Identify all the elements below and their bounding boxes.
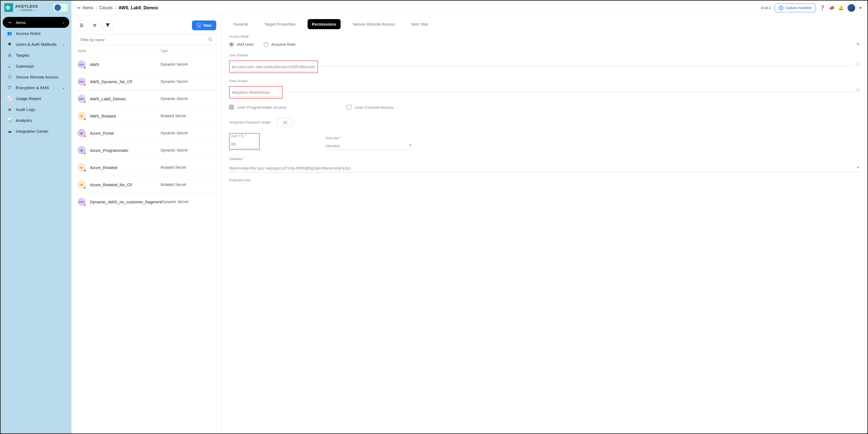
status-dot xyxy=(84,169,86,172)
topbar: ⊸ Items › Clouds › AWS_Lab0_Demos 4.14.1… xyxy=(71,1,867,15)
nav-label: Items xyxy=(16,20,26,25)
filter-button[interactable] xyxy=(102,20,113,31)
row-type: Rotated Secret xyxy=(161,182,215,187)
time-unit-select[interactable]: minutes ▼ xyxy=(325,142,412,150)
row-icon: ◆ xyxy=(78,112,86,120)
table-row[interactable]: ◆ Azure_Rotated_No_CF Rotated Secret xyxy=(76,176,216,193)
avatar[interactable] xyxy=(847,4,855,12)
sidebar-item-targets[interactable]: ◎ Targets xyxy=(3,50,69,61)
brand-sub: — Gateway — xyxy=(15,8,38,11)
row-icon: aws xyxy=(78,60,86,68)
gateway-label: Gateway * xyxy=(229,157,860,161)
row-icon: aws xyxy=(78,198,86,206)
sidebar-item-encryption-kms[interactable]: 🛡 Encryption & KMS ⌄ xyxy=(3,82,69,93)
table-row[interactable]: aws Dynamic_AWS_no_customer_fragment Dyn… xyxy=(76,193,216,210)
checkbox-off-icon xyxy=(347,105,351,110)
sidebar-item-secure-remote-access[interactable]: ⬡ Secure Remote Access xyxy=(3,71,69,82)
partner-logo xyxy=(54,4,68,11)
user-groups-input[interactable] xyxy=(231,88,280,97)
table-row[interactable]: ◆ Azure_Programmatic Dynamic Secret xyxy=(76,142,216,159)
avatar-chevron-icon[interactable]: ▼ xyxy=(859,6,862,9)
brand-name: AKEYLESS xyxy=(15,4,38,8)
radio-off-icon xyxy=(264,42,269,47)
time-unit-value: minutes xyxy=(326,144,340,148)
info-icon[interactable]: ⓘ xyxy=(856,88,860,93)
nav-icon: 🛡 xyxy=(7,85,12,90)
row-icon: aws xyxy=(78,95,86,103)
table-row[interactable]: aws AWS_Dynamic_No_CF Dynamic Secret xyxy=(76,73,216,90)
info-icon[interactable]: ⓘ xyxy=(856,62,860,67)
table-row[interactable]: aws AWS_Lab0_Demos Dynamic Secret xyxy=(76,90,216,107)
sidebar-item-integration-center[interactable]: ☁ Integration Center xyxy=(3,126,69,136)
new-button[interactable]: + New xyxy=(192,21,216,30)
chevron-down-icon: ▼ xyxy=(409,144,412,148)
nav-label: Integration Center xyxy=(16,129,49,133)
table-row[interactable]: ◆ AWS_Rotated Rotated Secret xyxy=(76,107,216,124)
radio-assume-role[interactable]: Assume Role xyxy=(264,42,296,47)
row-name: Azure_Rotated xyxy=(90,165,161,170)
row-type: Dynamic Secret xyxy=(161,96,215,101)
nav-label: Targets xyxy=(16,53,29,58)
svg-point-0 xyxy=(209,38,211,40)
temp-pw-input[interactable] xyxy=(277,118,292,127)
sidebar-item-audit-logs[interactable]: ≣ Audit Logs xyxy=(3,104,69,115)
nav-icon: 📈 xyxy=(7,96,12,101)
row-icon: aws xyxy=(78,78,86,86)
console-access-label: User Console Access xyxy=(355,105,394,110)
refresh-button[interactable]: ⟳ xyxy=(89,20,100,31)
gateway-select[interactable]: Baremetal-k3s (acc-twjsqqv1xtTm/p-9l5ftt… xyxy=(229,164,860,172)
sidebar-item-users-auth-methods[interactable]: ✱ Users & Auth Methods ⌄ xyxy=(3,39,69,50)
status-dot xyxy=(84,66,86,69)
bell-icon[interactable]: 🔔 xyxy=(838,5,844,10)
help-icon[interactable]: ❓ xyxy=(820,5,825,10)
nav: ⊸ Items ⌄👥 Access Roles ✱ Users & Auth M… xyxy=(1,15,71,139)
announce-icon[interactable]: 📣 xyxy=(829,5,834,10)
nav-icon: ⬡ xyxy=(7,74,12,79)
nav-icon: ◎ xyxy=(7,53,12,58)
table-row[interactable]: ◆ Azure_Portal Dynamic Secret xyxy=(76,124,216,142)
tab-permissions[interactable]: Permissions xyxy=(308,19,341,29)
col-name-header: Name xyxy=(78,49,161,53)
row-icon: ◆ xyxy=(78,163,86,172)
tab-secure-remote-access[interactable]: Secure Remote Access xyxy=(348,19,400,29)
sidebar-item-items[interactable]: ⊸ Items ⌄ xyxy=(3,17,69,28)
access-mode-label: Access Mode xyxy=(229,35,860,38)
tab-item-stat[interactable]: Item Stat xyxy=(407,19,432,29)
check-console-access[interactable]: User Console Access xyxy=(347,105,394,110)
sidebar-item-gateways[interactable]: 📡 Gateways xyxy=(3,61,69,71)
list-view-button[interactable]: ☰ xyxy=(76,20,87,31)
sidebar-item-access-roles[interactable]: 👥 Access Roles xyxy=(3,28,69,39)
nav-icon: ≣ xyxy=(7,107,12,112)
sidebar-item-analytics[interactable]: 📊 Analytics xyxy=(3,115,69,126)
row-type: Dynamic Secret xyxy=(161,131,215,135)
breadcrumb: Items › Clouds › AWS_Lab0_Demos xyxy=(83,5,158,10)
update-available-button[interactable]: i Update Available xyxy=(775,4,816,12)
radio-iam-user[interactable]: IAM User xyxy=(229,42,254,47)
row-name: AWS_Dynamic_No_CF xyxy=(90,79,161,84)
chevron-down-icon: ▼ xyxy=(856,166,859,170)
info-icon: i xyxy=(779,6,783,10)
row-name: Azure_Rotated_No_CF xyxy=(90,182,161,187)
user-policies-label: User Policies xyxy=(229,54,860,57)
crumb-items[interactable]: Items xyxy=(83,5,93,10)
user-ttl-label: User TTL * xyxy=(231,134,258,138)
table-row[interactable]: ◆ Azure_Rotated Rotated Secret xyxy=(76,159,216,176)
user-ttl-input[interactable] xyxy=(231,140,258,149)
temp-pw-label: Temporary Password Length xyxy=(229,121,271,124)
list-panel: ☰ ⟳ + New Name Type xyxy=(71,15,221,433)
crumb-clouds[interactable]: Clouds xyxy=(99,5,113,10)
row-name: AWS_Lab0_Demos xyxy=(90,96,161,101)
status-dot xyxy=(84,204,86,206)
sidebar-item-usage-report[interactable]: 📈 Usage Report xyxy=(3,93,69,104)
row-icon: ◆ xyxy=(78,146,86,154)
check-programmatic-access[interactable]: ✓ User Programmatic Access xyxy=(229,105,287,110)
table-row[interactable]: aws AWS Dynamic Secret xyxy=(76,56,216,73)
detail-panel: GeneralTarget PropertiesPermissionsSecur… xyxy=(221,15,867,433)
nav-label: Audit Logs xyxy=(16,107,35,112)
crumb-current: AWS_Lab0_Demos xyxy=(119,5,158,10)
tab-target-properties[interactable]: Target Properties xyxy=(260,19,300,29)
pencil-icon[interactable]: ✎ xyxy=(856,42,860,47)
tab-general[interactable]: General xyxy=(229,19,252,29)
filter-input[interactable] xyxy=(76,34,216,45)
user-policies-input[interactable] xyxy=(231,62,316,71)
